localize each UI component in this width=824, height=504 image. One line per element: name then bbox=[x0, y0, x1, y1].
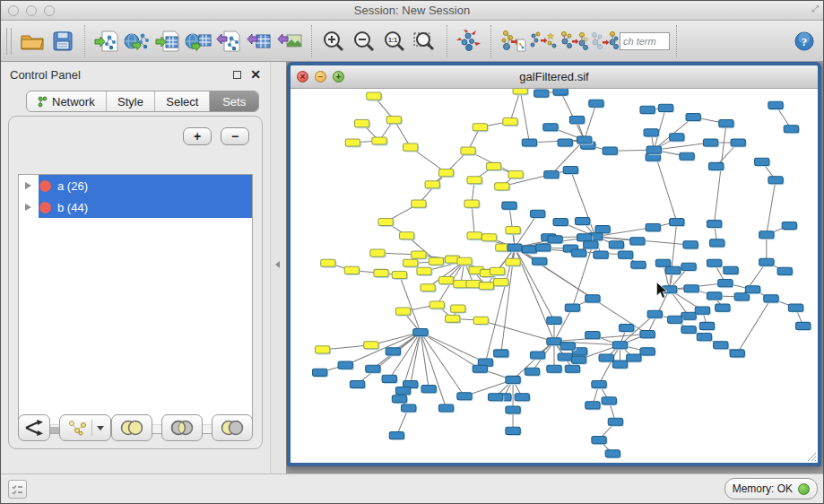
network-window-titlebar[interactable]: × − + galFiltered.sif bbox=[291, 65, 818, 89]
network-subtract-icon bbox=[590, 29, 619, 54]
import-network-file-button[interactable] bbox=[91, 26, 122, 56]
network-diff-report-icon bbox=[499, 29, 526, 54]
control-panel: Control Panel ✕ Network bbox=[1, 62, 270, 475]
memory-ok-indicator bbox=[798, 483, 810, 495]
create-set-from-network-button[interactable] bbox=[59, 414, 111, 441]
split-arrows-icon bbox=[24, 420, 44, 436]
panel-splitter[interactable] bbox=[270, 62, 286, 475]
toolbar-grip bbox=[6, 28, 12, 55]
venn-intersection-icon bbox=[169, 420, 195, 436]
zoom-in-icon bbox=[322, 30, 345, 53]
import-network-url-button[interactable] bbox=[122, 26, 152, 56]
network-compare-button[interactable] bbox=[528, 26, 559, 56]
help-icon: ? bbox=[794, 30, 815, 52]
task-list-icon bbox=[12, 484, 23, 495]
zoom-fit-selected-button[interactable] bbox=[410, 26, 440, 56]
import-network-file-icon bbox=[94, 30, 119, 53]
toolbar-separator bbox=[311, 25, 312, 57]
network-merge-button[interactable] bbox=[559, 26, 589, 56]
import-table-file-button[interactable] bbox=[152, 26, 183, 56]
zoom-out-icon bbox=[352, 30, 376, 53]
remove-set-button[interactable]: − bbox=[221, 127, 249, 145]
tab-style[interactable]: Style bbox=[107, 91, 156, 111]
window-title: Session: New Session bbox=[1, 4, 823, 17]
zoom-actual-size-button[interactable]: 1:1 bbox=[379, 26, 410, 56]
memory-label: Memory: OK bbox=[733, 482, 793, 495]
export-table-icon bbox=[247, 30, 272, 53]
intersect-sets-button[interactable] bbox=[161, 414, 203, 441]
tab-sets[interactable]: Sets bbox=[210, 91, 258, 111]
help-button[interactable]: ? bbox=[789, 26, 820, 56]
float-panel-icon[interactable] bbox=[233, 71, 241, 79]
network-graph[interactable] bbox=[291, 89, 818, 463]
network-tab-icon bbox=[38, 96, 48, 108]
export-table-button[interactable] bbox=[244, 26, 274, 56]
resize-grip-icon[interactable] bbox=[804, 449, 817, 462]
export-image-button[interactable] bbox=[274, 26, 305, 56]
network-compare-icon bbox=[529, 29, 558, 54]
save-session-button[interactable] bbox=[48, 26, 78, 56]
sets-list: a (26) b (44) bbox=[18, 174, 253, 434]
save-floppy-icon bbox=[52, 30, 74, 52]
split-set-button[interactable] bbox=[18, 414, 50, 441]
import-network-url-icon bbox=[124, 30, 151, 53]
tab-network-label: Network bbox=[52, 95, 95, 109]
layout-icon bbox=[455, 29, 482, 54]
zoom-in-button[interactable] bbox=[318, 26, 349, 56]
expander-triangle-icon[interactable] bbox=[25, 204, 31, 211]
export-network-button[interactable] bbox=[213, 26, 244, 56]
toolbar-separator bbox=[447, 25, 447, 57]
main-toolbar: 1:1 bbox=[1, 21, 823, 62]
open-folder-icon bbox=[20, 30, 45, 52]
tab-style-label: Style bbox=[117, 95, 143, 109]
import-table-file-icon bbox=[155, 30, 180, 53]
zoom-fit-icon bbox=[412, 30, 438, 53]
difference-sets-button[interactable] bbox=[212, 414, 253, 441]
control-panel-header: Control Panel ✕ bbox=[1, 62, 270, 87]
list-item-set-b[interactable]: b (44) bbox=[19, 196, 252, 218]
status-bar: Memory: OK bbox=[1, 474, 823, 503]
search-input[interactable] bbox=[620, 32, 670, 50]
network-subtract-button[interactable] bbox=[589, 26, 620, 56]
tab-select[interactable]: Select bbox=[155, 91, 210, 111]
open-session-button[interactable] bbox=[17, 26, 48, 56]
list-item-set-a[interactable]: a (26) bbox=[19, 175, 252, 196]
export-network-icon bbox=[216, 30, 241, 53]
apply-layout-button[interactable] bbox=[454, 26, 484, 56]
export-image-icon bbox=[277, 30, 302, 53]
control-panel-title: Control Panel bbox=[10, 68, 81, 82]
window-titlebar: Session: New Session ⤢ bbox=[1, 1, 823, 21]
divider bbox=[91, 420, 92, 436]
tab-select-label: Select bbox=[166, 95, 198, 109]
splitter-collapse-icon[interactable] bbox=[275, 261, 280, 268]
network-merge-icon bbox=[559, 29, 588, 54]
close-panel-icon[interactable]: ✕ bbox=[250, 68, 261, 81]
network-diff-report-button[interactable] bbox=[498, 26, 528, 56]
union-sets-button[interactable] bbox=[111, 414, 152, 441]
zoom-one-to-one-icon: 1:1 bbox=[383, 30, 406, 53]
content-area: Control Panel ✕ Network bbox=[1, 62, 823, 475]
import-table-url-button[interactable] bbox=[183, 26, 213, 56]
fullscreen-icon[interactable]: ⤢ bbox=[811, 4, 819, 14]
add-set-button[interactable]: + bbox=[183, 127, 212, 145]
sets-panel: + − a (26) b (44) bbox=[8, 116, 263, 449]
svg-text:1:1: 1:1 bbox=[388, 37, 397, 43]
app-window: Session: New Session ⤢ bbox=[0, 0, 824, 504]
toolbar-separator bbox=[84, 25, 85, 57]
chevron-down-icon[interactable] bbox=[97, 426, 104, 430]
venn-difference-icon bbox=[220, 420, 245, 436]
memory-status-button[interactable]: Memory: OK bbox=[724, 478, 818, 500]
toolbar-separator bbox=[490, 25, 491, 57]
svg-text:?: ? bbox=[802, 35, 808, 48]
zoom-out-button[interactable] bbox=[349, 26, 379, 56]
network-canvas[interactable] bbox=[291, 89, 818, 463]
set-color-dot bbox=[39, 180, 51, 192]
tab-sets-label: Sets bbox=[222, 95, 246, 109]
task-history-button[interactable] bbox=[8, 480, 27, 499]
control-panel-tabs: Network Style Select Sets bbox=[26, 91, 259, 112]
expander-triangle-icon[interactable] bbox=[25, 182, 31, 189]
tab-network[interactable]: Network bbox=[27, 91, 107, 111]
set-color-dot bbox=[39, 202, 51, 213]
network-view-window[interactable]: × − + galFiltered.sif bbox=[287, 62, 821, 466]
set-operations-row bbox=[18, 414, 253, 441]
